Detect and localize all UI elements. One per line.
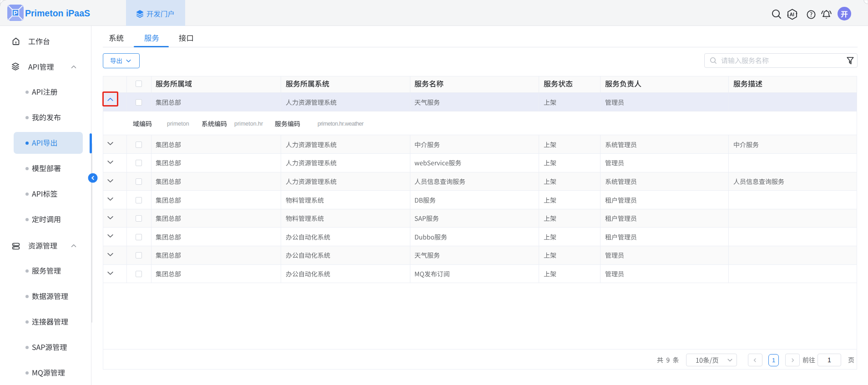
svg-text:P: P: [14, 10, 18, 16]
